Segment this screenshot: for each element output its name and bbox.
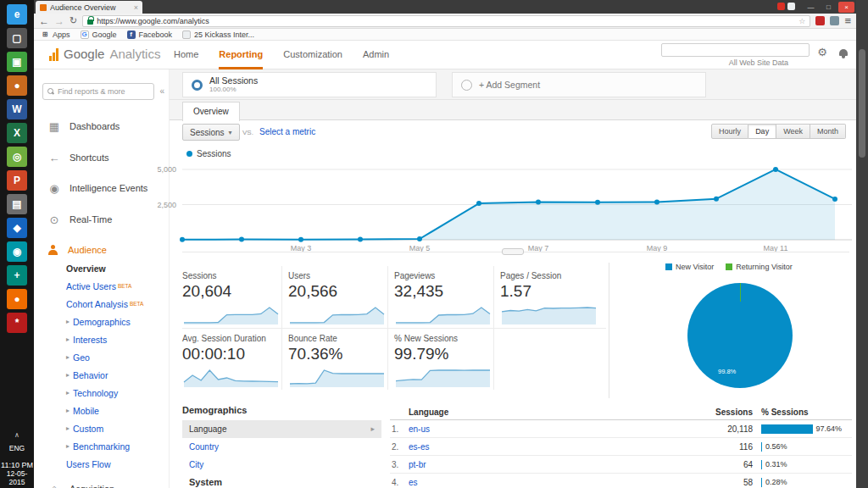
granularity-month[interactable]: Month (810, 124, 846, 139)
google-analytics-logo[interactable]: Google Analytics (49, 47, 160, 61)
sessions-line-chart[interactable] (170, 161, 856, 258)
extension-icon[interactable] (815, 16, 825, 25)
back-icon[interactable]: ← (39, 16, 49, 26)
clock-date[interactable]: 12-05-2015 (0, 469, 34, 486)
language-link[interactable]: en-us (409, 424, 659, 434)
taskbar-icon-orange-app[interactable]: ● (7, 289, 27, 309)
visitor-pie-chart[interactable]: 99.8% (687, 283, 793, 388)
clock-time[interactable]: 11:10 PM (0, 461, 34, 469)
settings-gear-icon[interactable]: ⚙ (817, 47, 827, 58)
nav-reporting[interactable]: Reporting (219, 41, 263, 69)
demographics-menu-language[interactable]: Language▸ (182, 420, 381, 438)
sidebar-item-dashboards[interactable]: ▦Dashboards (34, 116, 169, 136)
taskbar-icon-red-app[interactable]: * (7, 313, 27, 333)
metric-label[interactable]: Users (288, 271, 390, 280)
bookmark-star-icon[interactable]: ☆ (798, 17, 805, 25)
header-language[interactable]: Language (409, 408, 659, 417)
demographics-menu-city[interactable]: City (182, 456, 381, 474)
sidebar-subitem-active-users[interactable]: Active UsersBETA (66, 277, 131, 295)
refresh-icon[interactable]: ↻ (70, 15, 77, 26)
granularity-hourly[interactable]: Hourly (711, 124, 748, 139)
metric-label[interactable]: Sessions (182, 271, 284, 280)
sidebar-subitem-behavior[interactable]: ▸Behavior (66, 366, 108, 384)
language-link[interactable]: pt-br (409, 460, 659, 469)
tab-overview[interactable]: Overview (182, 102, 240, 121)
notifications-bell-icon[interactable] (839, 49, 848, 56)
language-indicator[interactable]: ENG (0, 444, 34, 452)
sidebar-subitem-custom[interactable]: ▸Custom (66, 419, 103, 437)
taskbar-icon-window-app[interactable]: ▢ (7, 28, 27, 48)
row-rank: 1. (390, 424, 409, 434)
nav-customization[interactable]: Customization (283, 41, 342, 69)
sidebar-item-intelligence-events[interactable]: ◉Intelligence Events (34, 178, 169, 198)
bookmark-facebook[interactable]: fFacebook (127, 30, 173, 39)
browser-tab[interactable]: Audience Overview × (36, 1, 142, 14)
header-sessions[interactable]: Sessions (659, 408, 761, 417)
address-bar[interactable]: https://www.google.com/analytics ☆ (82, 15, 810, 27)
tray-chevron-icon[interactable]: ∧ (0, 431, 34, 439)
scrollbar-track[interactable] (856, 0, 868, 488)
scrollbar-thumb[interactable] (859, 49, 865, 158)
taskbar-icon-gray-app[interactable]: ▤ (7, 194, 27, 214)
taskbar-icon-blue-app[interactable]: ◆ (7, 218, 27, 238)
account-search-input[interactable] (661, 43, 810, 57)
taskbar-icon-word[interactable]: W (7, 99, 27, 119)
notification-icon[interactable] (787, 3, 795, 10)
forward-icon[interactable]: → (54, 16, 64, 26)
sidebar-subitem-geo[interactable]: ▸Geo (66, 348, 90, 366)
sidebar-collapse-icon[interactable]: « (159, 86, 164, 96)
taskbar-icon-teal-app-2[interactable]: + (7, 265, 27, 286)
maximize-button[interactable]: □ (821, 2, 837, 13)
sidebar-subitem-technology[interactable]: ▸Technology (66, 384, 118, 402)
language-link[interactable]: es (409, 478, 659, 487)
metric-label[interactable]: Bounce Rate (288, 334, 390, 343)
browser-menu-icon[interactable]: ≡ (844, 15, 851, 26)
taskbar-icon-green-app[interactable]: ▣ (7, 52, 27, 72)
segment-all-sessions[interactable]: All Sessions 100.00% (182, 72, 437, 97)
metric-label[interactable]: Pages / Session (500, 271, 602, 280)
language-link[interactable]: es-es (409, 442, 659, 452)
sidebar-search[interactable] (42, 83, 154, 100)
metric-label[interactable]: % New Sessions (394, 334, 496, 343)
sidebar-subitem-mobile[interactable]: ▸Mobile (66, 402, 99, 419)
timeline-handle[interactable] (502, 248, 524, 255)
granularity-week[interactable]: Week (776, 124, 810, 139)
find-reports-input[interactable] (58, 87, 142, 96)
granularity-day[interactable]: Day (748, 124, 776, 139)
taskbar-icon-excel[interactable]: X (7, 123, 27, 143)
taskbar-icon-orange-sphere-app[interactable]: ● (7, 75, 27, 96)
add-segment-button[interactable]: + Add Segment (452, 72, 706, 97)
taskbar-icon-internet-explorer[interactable]: e (7, 4, 27, 25)
sidebar-subitem-benchmarking[interactable]: ▸Benchmarking (66, 437, 130, 455)
sidebar-item-shortcuts[interactable]: ←Shortcuts (34, 147, 169, 168)
metric-selector-button[interactable]: Sessions ▾ (182, 124, 240, 141)
notification-icon[interactable] (777, 3, 785, 10)
metric-label[interactable]: Avg. Session Duration (182, 334, 284, 343)
sidebar-item-real-time[interactable]: ⊙Real-Time (34, 209, 169, 230)
nav-home[interactable]: Home (174, 41, 198, 69)
select-metric-link[interactable]: Select a metric (259, 127, 315, 136)
demographics-menu-country[interactable]: Country (182, 438, 381, 456)
sidebar-item-audience[interactable]: Audience (34, 240, 169, 260)
nav-admin[interactable]: Admin (363, 41, 389, 69)
sidebar-subitem-users-flow[interactable]: Users Flow (66, 455, 111, 473)
header-pct-sessions[interactable]: % Sessions (761, 408, 852, 417)
sidebar-subitem-overview[interactable]: Overview (66, 259, 106, 277)
minimize-button[interactable]: — (803, 2, 819, 13)
tab-close-icon[interactable]: × (134, 3, 138, 12)
bookmark-25-kickass-inter[interactable]: 25 Kickass Inter... (182, 30, 254, 39)
sidebar-item-acquisition[interactable]: ◈Acquisition (34, 479, 169, 488)
sidebar-subitem-cohort-analysis[interactable]: Cohort AnalysisBETA (66, 295, 143, 313)
taskbar-icon-green-app-2[interactable]: ◎ (7, 147, 27, 167)
taskbar-icon-teal-app[interactable]: ◉ (7, 241, 27, 262)
table-row: 1.en-us20,11897.64% (390, 420, 852, 438)
taskbar-icon-powerpoint[interactable]: P (7, 170, 27, 191)
bookmark-google[interactable]: GGoogle (81, 30, 117, 39)
extension-icon[interactable] (830, 16, 839, 25)
close-button[interactable]: × (838, 2, 854, 13)
metric-label[interactable]: Pageviews (394, 271, 496, 280)
sidebar-subitem-demographics[interactable]: ▸Demographics (66, 313, 131, 330)
bookmark-apps[interactable]: ⊞Apps (41, 30, 70, 39)
profile-view-name[interactable]: All Web Site Data (729, 58, 788, 67)
sidebar-subitem-interests[interactable]: ▸Interests (66, 330, 107, 348)
